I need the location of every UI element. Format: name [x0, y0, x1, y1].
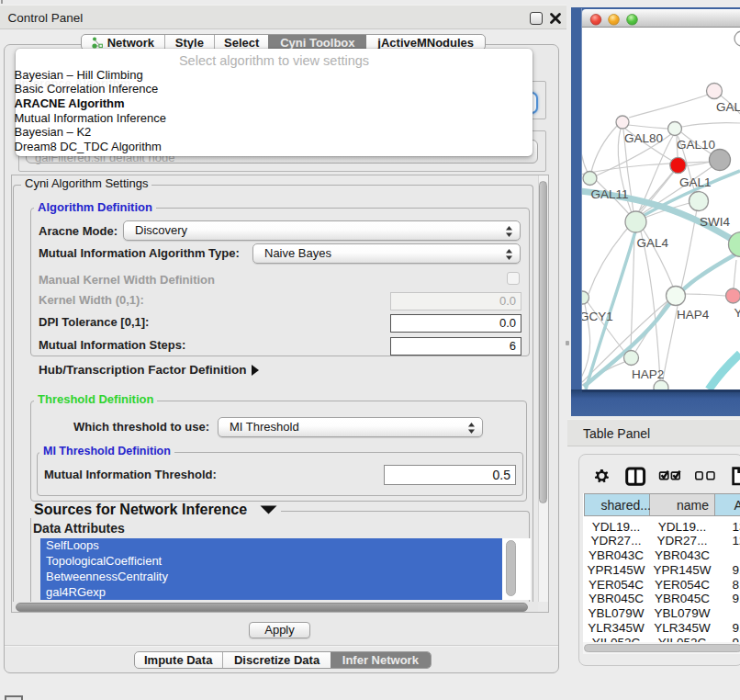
svg-text:GAL4: GAL4 [637, 236, 669, 250]
svg-text:GAL7: GAL7 [716, 100, 740, 114]
svg-text:GAL10: GAL10 [677, 138, 715, 152]
svg-text:YM: YM [734, 306, 740, 320]
svg-text:GAL11: GAL11 [591, 187, 629, 201]
svg-text:SWI4: SWI4 [700, 215, 730, 229]
svg-text:GCY1: GCY1 [582, 310, 613, 323]
svg-text:HAP4: HAP4 [677, 308, 710, 322]
svg-text:HAP2: HAP2 [632, 367, 664, 381]
svg-text:GAL1: GAL1 [679, 175, 712, 189]
svg-text:GAL80: GAL80 [624, 131, 663, 145]
